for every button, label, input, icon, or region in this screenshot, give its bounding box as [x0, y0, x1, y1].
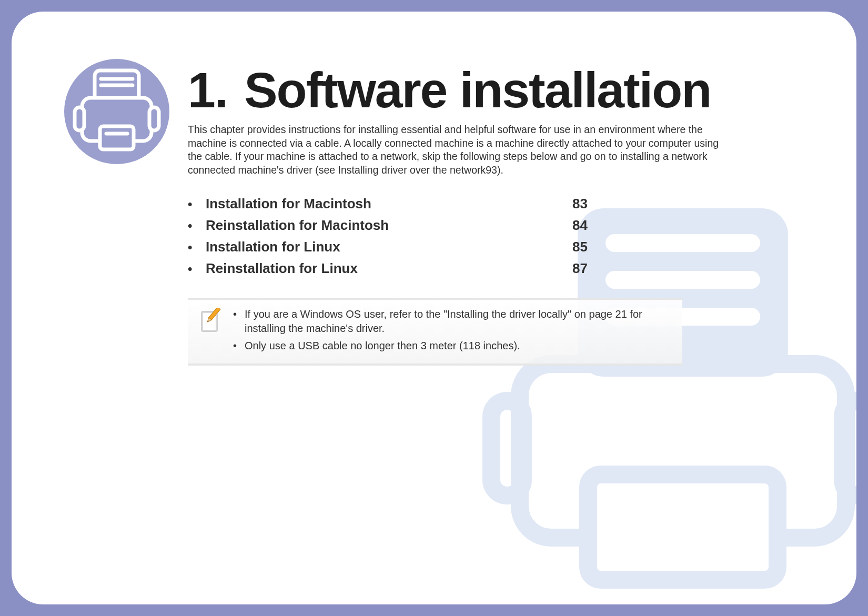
chapter-title: 1.Software installation	[188, 62, 820, 119]
svg-rect-7	[588, 474, 778, 580]
toc-page: 85	[572, 239, 588, 255]
toc-item[interactable]: • Installation for Linux 85	[188, 239, 588, 255]
toc-label: Reinstallation for Macintosh	[206, 217, 572, 234]
toc-item[interactable]: • Reinstallation for Macintosh 84	[188, 217, 588, 234]
note-pencil-icon	[199, 308, 221, 332]
bullet-icon: •	[188, 218, 206, 233]
bullet-icon: •	[188, 240, 206, 255]
note-list: If you are a Windows OS user, refer to t…	[233, 307, 667, 353]
toc-page: 84	[572, 217, 588, 234]
bullet-icon: •	[188, 261, 206, 276]
chapter-intro: This chapter provides instructions for i…	[188, 123, 730, 177]
toc-page: 83	[572, 196, 588, 212]
svg-rect-5	[491, 401, 523, 496]
note-item: If you are a Windows OS user, refer to t…	[233, 307, 667, 336]
toc-label: Installation for Macintosh	[206, 196, 572, 212]
toc-item[interactable]: • Installation for Macintosh 83	[188, 196, 588, 212]
note-box: If you are a Windows OS user, refer to t…	[188, 298, 682, 366]
printer-badge-icon	[64, 59, 169, 164]
chapter-title-text: Software installation	[244, 62, 711, 118]
toc-label: Reinstallation for Linux	[206, 260, 572, 277]
toc-page: 87	[572, 260, 588, 277]
document-page: 1.Software installation This chapter pro…	[12, 12, 856, 604]
svg-rect-13	[75, 107, 84, 130]
toc-label: Installation for Linux	[206, 239, 572, 255]
toc-list: • Installation for Macintosh 83 • Reinst…	[188, 196, 588, 277]
toc-item[interactable]: • Reinstallation for Linux 87	[188, 260, 588, 277]
note-item: Only use a USB cable no longer then 3 me…	[233, 339, 667, 353]
svg-rect-14	[149, 107, 159, 130]
bullet-icon: •	[188, 197, 206, 211]
chapter-number: 1.	[188, 62, 227, 118]
svg-rect-15	[100, 126, 134, 149]
